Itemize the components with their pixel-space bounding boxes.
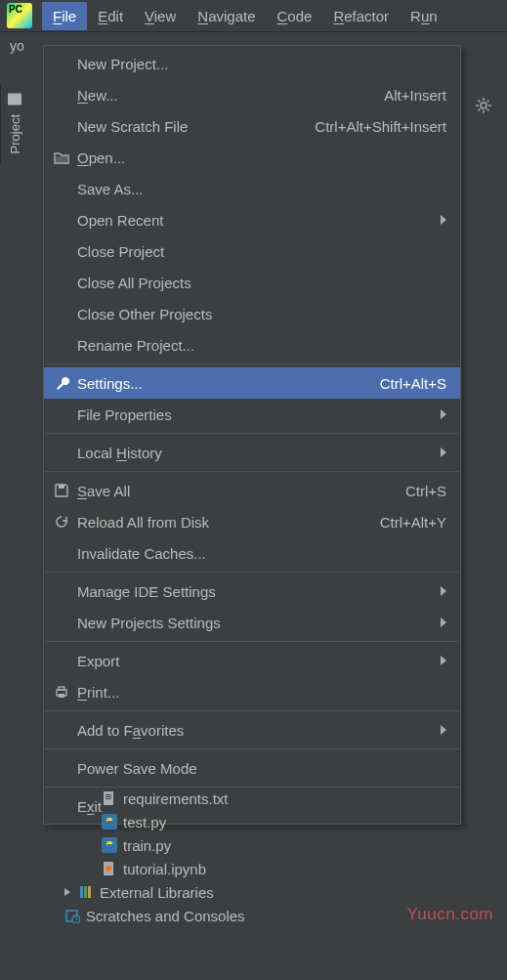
chevron-right-icon [441, 215, 446, 225]
menu-item-power-save-mode[interactable]: Power Save Mode [44, 752, 460, 784]
menu-item-label: Close Project [77, 243, 446, 260]
tree-item-requirements-txt[interactable]: requirements.txt [43, 787, 463, 810]
tree-item-tutorial-ipynb[interactable]: tutorial.ipynb [43, 857, 463, 880]
tree-item-train-py[interactable]: train.py [43, 833, 463, 857]
menu-refactor[interactable]: Refactor [322, 2, 400, 30]
svg-rect-3 [59, 687, 64, 690]
menu-item-open[interactable]: Open... [44, 142, 460, 173]
svg-point-10 [106, 818, 108, 820]
blank-icon [52, 543, 71, 563]
svg-rect-6 [106, 794, 111, 795]
menu-view[interactable]: View [134, 2, 187, 30]
chevron-right-icon [441, 586, 446, 596]
chevron-right-icon [441, 447, 446, 457]
menu-item-close-other-projects[interactable]: Close Other Projects [44, 298, 460, 329]
menu-item-label: Close All Projects [77, 275, 446, 291]
menu-item-open-recent[interactable]: Open Recent [44, 204, 460, 235]
svg-rect-17 [88, 886, 91, 898]
menu-item-add-to-favorites[interactable]: Add to Favorites [44, 714, 460, 746]
menu-item-print[interactable]: Print... [44, 676, 460, 707]
menu-item-new[interactable]: New...Alt+Insert [44, 79, 460, 110]
menu-item-close-project[interactable]: Close Project [44, 235, 460, 267]
menu-item-label: Save All [77, 483, 405, 499]
menu-item-new-projects-settings[interactable]: New Projects Settings [44, 607, 460, 638]
blank-icon [52, 405, 71, 424]
menubar: FileEditViewNavigateCodeRefactorRun [0, 0, 507, 32]
menu-item-label: Open... [77, 149, 446, 166]
chevron-right-icon [441, 656, 446, 665]
menu-item-label: File Properties [77, 406, 435, 423]
chevron-right-icon [441, 618, 446, 627]
menu-code[interactable]: Code [267, 2, 323, 30]
blank-icon [52, 581, 71, 601]
menu-separator [45, 363, 459, 364]
lib-icon [78, 884, 94, 900]
project-tree: requirements.txttest.pytrain.pytutorial.… [43, 787, 463, 927]
blank-icon [52, 720, 71, 740]
tree-item-test-py[interactable]: test.py [43, 810, 463, 833]
blank-icon [52, 613, 71, 632]
menu-item-close-all-projects[interactable]: Close All Projects [44, 267, 460, 298]
reload-icon [52, 512, 71, 532]
menu-item-label: New... [77, 87, 384, 104]
tree-item-scratches-and-consoles[interactable]: Scratches and Consoles [43, 904, 463, 927]
menu-item-new-project[interactable]: New Project... [44, 48, 460, 79]
svg-rect-16 [84, 886, 87, 898]
print-icon [52, 682, 71, 702]
menu-item-local-history[interactable]: Local History [44, 437, 460, 468]
chevron-right-icon [441, 409, 446, 419]
menu-item-label: Open Recent [77, 212, 435, 229]
menu-file[interactable]: File [42, 2, 87, 30]
menu-item-rename-project[interactable]: Rename Project... [44, 329, 460, 361]
menu-item-shortcut: Alt+Insert [384, 87, 446, 104]
menu-item-label: New Projects Settings [77, 615, 435, 631]
menu-item-export[interactable]: Export [44, 645, 460, 676]
tree-item-external-libraries[interactable]: External Libraries [43, 880, 463, 904]
tree-item-label: Scratches and Consoles [86, 908, 245, 924]
blank-icon [52, 758, 71, 778]
menu-navigate[interactable]: Navigate [187, 2, 266, 30]
svg-point-14 [106, 866, 111, 872]
blank-icon [52, 241, 71, 261]
menu-item-new-scratch-file[interactable]: New Scratch FileCtrl+Alt+Shift+Insert [44, 110, 460, 142]
wrench-icon [52, 373, 71, 393]
gear-icon[interactable] [474, 96, 493, 115]
svg-rect-4 [59, 694, 64, 698]
svg-point-12 [106, 841, 108, 843]
menu-item-reload-all-from-disk[interactable]: Reload All from DiskCtrl+Alt+Y [44, 506, 460, 537]
menu-item-label: New Scratch File [77, 118, 315, 135]
menu-item-save-as[interactable]: Save As... [44, 173, 460, 204]
watermark-text: Yuucn.com [406, 905, 493, 924]
menu-item-shortcut: Ctrl+Alt+Y [380, 514, 446, 531]
folder-open-icon [52, 148, 71, 167]
menu-item-file-properties[interactable]: File Properties [44, 399, 460, 430]
txt-icon [102, 790, 117, 806]
blank-icon [52, 116, 71, 136]
blank-icon [52, 273, 71, 292]
menu-item-shortcut: Ctrl+Alt+S [380, 375, 446, 392]
menu-item-label: Power Save Mode [77, 760, 446, 777]
menu-item-settings[interactable]: Settings...Ctrl+Alt+S [44, 367, 460, 399]
scratch-icon [64, 908, 80, 923]
menu-run[interactable]: Run [400, 2, 448, 30]
tree-item-label: tutorial.ipynb [123, 861, 206, 877]
svg-rect-11 [102, 837, 117, 853]
chevron-right-icon [64, 888, 70, 896]
svg-rect-9 [102, 814, 117, 830]
menu-item-shortcut: Ctrl+Alt+Shift+Insert [315, 118, 446, 135]
menu-item-shortcut: Ctrl+S [405, 483, 446, 499]
menu-item-save-all[interactable]: Save AllCtrl+S [44, 475, 460, 506]
menu-separator [45, 641, 459, 642]
menu-item-invalidate-caches[interactable]: Invalidate Caches... [44, 537, 460, 569]
blank-icon [52, 179, 71, 198]
file-menu-dropdown: New Project...New...Alt+InsertNew Scratc… [43, 45, 461, 825]
menu-item-manage-ide-settings[interactable]: Manage IDE Settings [44, 575, 460, 607]
tree-item-label: test.py [123, 814, 166, 831]
blank-icon [52, 54, 71, 73]
ipynb-icon [102, 861, 117, 876]
project-tool-window-tab[interactable]: Project [0, 83, 29, 163]
menu-edit[interactable]: Edit [87, 2, 134, 30]
tab-fragment-text[interactable]: yo [10, 38, 24, 54]
blank-icon [52, 304, 71, 323]
svg-rect-1 [59, 485, 64, 489]
